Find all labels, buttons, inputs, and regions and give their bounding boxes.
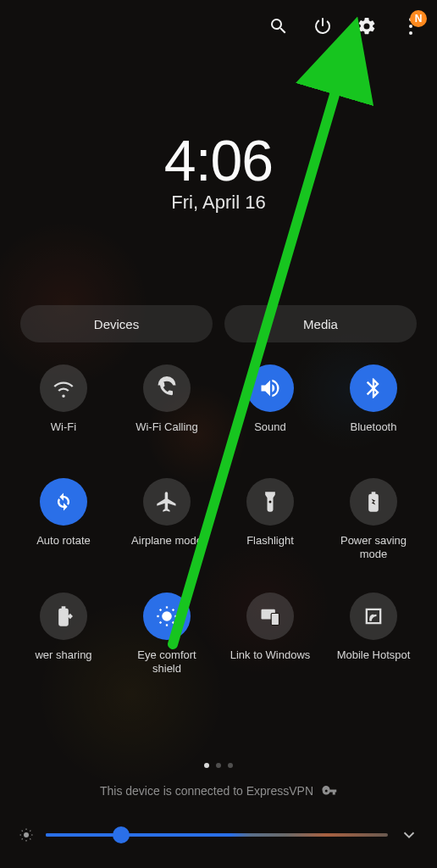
bluetooth-icon[interactable]: [350, 364, 397, 412]
toggle-label: wer sharing: [35, 648, 91, 676]
toggle-flashlight[interactable]: Flashlight: [222, 478, 318, 562]
rotate-icon[interactable]: [40, 478, 87, 526]
toggle-airplane[interactable]: Airplane mode: [119, 478, 215, 562]
overflow-menu-button[interactable]: N: [400, 15, 422, 37]
brightness-icon: [19, 827, 34, 843]
vpn-key-icon: [322, 783, 337, 798]
page-dot[interactable]: [216, 763, 221, 768]
toggle-auto-rotate[interactable]: Auto rotate: [15, 478, 112, 562]
toggle-label: Bluetooth: [351, 420, 397, 448]
wifi-icon[interactable]: [40, 364, 87, 412]
toggle-label: Wi-Fi: [51, 420, 76, 448]
toggle-label: Sound: [254, 420, 286, 448]
devices-button[interactable]: Devices: [20, 305, 213, 342]
svg-line-11: [173, 609, 174, 610]
sound-icon[interactable]: [246, 364, 294, 412]
toggle-label: Wi-Fi Calling: [136, 420, 198, 448]
wifi-calling-icon[interactable]: [143, 364, 191, 412]
toggle-bluetooth[interactable]: Bluetooth: [325, 364, 422, 448]
svg-line-9: [173, 621, 174, 623]
control-pill-row: Devices Media: [20, 305, 417, 342]
page-dot[interactable]: [204, 763, 209, 768]
svg-rect-13: [271, 613, 279, 625]
svg-rect-1: [322, 18, 324, 26]
brightness-row: [19, 826, 418, 844]
link-windows-icon[interactable]: [246, 593, 294, 640]
power-share-icon[interactable]: [40, 593, 87, 640]
toggle-label: Flashlight: [246, 534, 294, 561]
svg-line-21: [30, 838, 30, 839]
notification-badge: N: [410, 10, 427, 27]
toggle-power-sharing[interactable]: wer sharing: [15, 593, 112, 676]
svg-line-22: [22, 838, 23, 839]
clock-time: 4:06: [0, 127, 437, 193]
svg-line-8: [160, 609, 162, 610]
top-icon-bar: N: [268, 15, 422, 37]
page-dot[interactable]: [228, 763, 233, 768]
svg-point-2: [268, 500, 271, 503]
svg-line-10: [160, 621, 162, 623]
toggle-hotspot[interactable]: Mobile Hotspot: [325, 593, 422, 676]
svg-line-23: [30, 831, 30, 832]
svg-point-14: [369, 618, 372, 620]
toggle-power-saving[interactable]: Power saving mode: [325, 478, 422, 562]
slider-fill: [46, 833, 121, 837]
toggle-label: Auto rotate: [36, 534, 91, 561]
expand-chevron-icon[interactable]: [400, 826, 418, 844]
vpn-status-row[interactable]: This device is connected to ExpressVPN: [0, 783, 437, 798]
battery-icon[interactable]: [350, 478, 397, 526]
svg-point-3: [162, 611, 172, 621]
brightness-slider[interactable]: [46, 826, 388, 843]
media-button[interactable]: Media: [224, 305, 417, 342]
toggle-label: Eye comfort shield: [124, 648, 209, 676]
airplane-icon[interactable]: [143, 478, 191, 526]
page-indicator: [0, 763, 437, 768]
vpn-status-text: This device is connected to ExpressVPN: [100, 784, 313, 798]
toggle-label: Airplane mode: [131, 534, 202, 561]
clock-block: 4:06 Fri, April 16: [0, 127, 437, 214]
hotspot-icon[interactable]: [350, 593, 397, 640]
toggle-wifi[interactable]: Wi-Fi: [15, 364, 112, 448]
quick-toggle-grid: Wi-FiWi-Fi CallingSoundBluetoothAuto rot…: [15, 364, 422, 676]
toggle-label: Mobile Hotspot: [337, 648, 411, 676]
slider-thumb[interactable]: [113, 826, 130, 843]
svg-point-15: [24, 832, 29, 837]
clock-date: Fri, April 16: [0, 192, 437, 214]
toggle-label: Link to Windows: [230, 648, 311, 676]
toggle-label: Power saving mode: [331, 534, 416, 562]
toggle-wifi-calling[interactable]: Wi-Fi Calling: [119, 364, 215, 448]
toggle-sound[interactable]: Sound: [222, 364, 318, 448]
toggle-eye-comfort[interactable]: Eye comfort shield: [119, 593, 215, 676]
svg-line-20: [22, 831, 23, 832]
toggle-link-windows[interactable]: Link to Windows: [222, 593, 318, 676]
settings-gear-icon[interactable]: [356, 15, 378, 37]
search-icon[interactable]: [268, 15, 290, 37]
eye-comfort-icon[interactable]: [143, 593, 191, 640]
power-icon[interactable]: [312, 15, 334, 37]
flashlight-icon[interactable]: [246, 478, 294, 526]
